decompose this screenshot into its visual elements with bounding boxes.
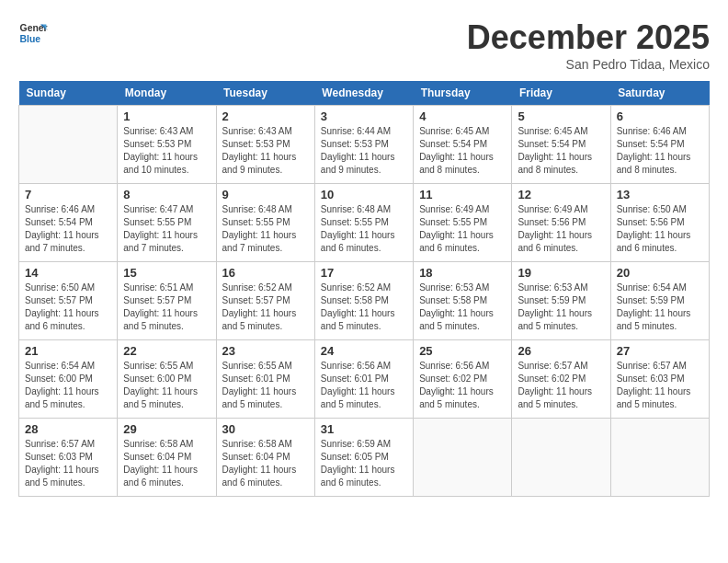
calendar-cell: 10Sunrise: 6:48 AM Sunset: 5:55 PM Dayli…: [314, 184, 413, 262]
day-number: 30: [222, 422, 309, 436]
calendar-cell: [19, 106, 118, 184]
day-number: 21: [25, 344, 111, 358]
day-info: Sunrise: 6:50 AM Sunset: 5:57 PM Dayligh…: [25, 282, 111, 333]
calendar-table: SundayMondayTuesdayWednesdayThursdayFrid…: [18, 81, 710, 497]
week-row-5: 28Sunrise: 6:57 AM Sunset: 6:03 PM Dayli…: [19, 419, 710, 497]
page-header: General Blue General Blue December 2025 …: [18, 18, 710, 72]
calendar-cell: 7Sunrise: 6:46 AM Sunset: 5:54 PM Daylig…: [19, 184, 118, 262]
calendar-cell: 13Sunrise: 6:50 AM Sunset: 5:56 PM Dayli…: [610, 184, 709, 262]
calendar-cell: 1Sunrise: 6:43 AM Sunset: 5:53 PM Daylig…: [118, 106, 216, 184]
calendar-cell: 21Sunrise: 6:54 AM Sunset: 6:00 PM Dayli…: [19, 340, 118, 419]
calendar-cell: 16Sunrise: 6:52 AM Sunset: 5:57 PM Dayli…: [216, 262, 314, 340]
day-info: Sunrise: 6:55 AM Sunset: 6:00 PM Dayligh…: [123, 360, 210, 411]
calendar-cell: 28Sunrise: 6:57 AM Sunset: 6:03 PM Dayli…: [19, 419, 118, 497]
day-info: Sunrise: 6:56 AM Sunset: 6:01 PM Dayligh…: [321, 360, 407, 411]
calendar-cell: 19Sunrise: 6:53 AM Sunset: 5:59 PM Dayli…: [512, 262, 610, 340]
calendar-cell: [512, 419, 610, 497]
calendar-cell: [610, 419, 709, 497]
day-info: Sunrise: 6:47 AM Sunset: 5:55 PM Dayligh…: [123, 203, 210, 255]
calendar-cell: 26Sunrise: 6:57 AM Sunset: 6:02 PM Dayli…: [512, 340, 610, 419]
day-number: 15: [123, 266, 210, 280]
day-number: 8: [123, 188, 210, 201]
day-number: 19: [518, 266, 604, 280]
week-row-2: 7Sunrise: 6:46 AM Sunset: 5:54 PM Daylig…: [19, 184, 710, 262]
day-info: Sunrise: 6:57 AM Sunset: 6:03 PM Dayligh…: [25, 438, 111, 489]
calendar-cell: 24Sunrise: 6:56 AM Sunset: 6:01 PM Dayli…: [314, 340, 413, 419]
calendar-cell: 31Sunrise: 6:59 AM Sunset: 6:05 PM Dayli…: [314, 419, 413, 497]
day-number: 11: [419, 188, 506, 201]
day-number: 31: [321, 422, 407, 436]
calendar-body: 1Sunrise: 6:43 AM Sunset: 5:53 PM Daylig…: [19, 106, 710, 497]
calendar-cell: 4Sunrise: 6:45 AM Sunset: 5:54 PM Daylig…: [414, 106, 512, 184]
day-header-friday: Friday: [512, 81, 610, 106]
day-number: 6: [617, 109, 703, 123]
calendar-cell: 8Sunrise: 6:47 AM Sunset: 5:55 PM Daylig…: [118, 184, 216, 262]
calendar-cell: 3Sunrise: 6:44 AM Sunset: 5:53 PM Daylig…: [314, 106, 413, 184]
day-info: Sunrise: 6:49 AM Sunset: 5:55 PM Dayligh…: [419, 203, 506, 255]
day-info: Sunrise: 6:44 AM Sunset: 5:53 PM Dayligh…: [321, 125, 407, 177]
day-number: 9: [222, 188, 309, 201]
day-info: Sunrise: 6:53 AM Sunset: 5:59 PM Dayligh…: [518, 282, 604, 333]
day-info: Sunrise: 6:58 AM Sunset: 6:04 PM Dayligh…: [123, 438, 210, 489]
calendar-cell: 25Sunrise: 6:56 AM Sunset: 6:02 PM Dayli…: [414, 340, 512, 419]
day-number: 3: [321, 109, 407, 123]
day-number: 22: [123, 344, 210, 358]
day-number: 14: [25, 266, 111, 280]
calendar-cell: 6Sunrise: 6:46 AM Sunset: 5:54 PM Daylig…: [610, 106, 709, 184]
week-row-3: 14Sunrise: 6:50 AM Sunset: 5:57 PM Dayli…: [19, 262, 710, 340]
calendar-cell: 9Sunrise: 6:48 AM Sunset: 5:55 PM Daylig…: [216, 184, 314, 262]
calendar-cell: 12Sunrise: 6:49 AM Sunset: 5:56 PM Dayli…: [512, 184, 610, 262]
calendar-header-row: SundayMondayTuesdayWednesdayThursdayFrid…: [19, 81, 710, 106]
day-info: Sunrise: 6:56 AM Sunset: 6:02 PM Dayligh…: [419, 360, 506, 411]
day-info: Sunrise: 6:51 AM Sunset: 5:57 PM Dayligh…: [123, 282, 210, 333]
day-info: Sunrise: 6:43 AM Sunset: 5:53 PM Dayligh…: [123, 125, 210, 177]
day-header-wednesday: Wednesday: [314, 81, 413, 106]
day-info: Sunrise: 6:43 AM Sunset: 5:53 PM Dayligh…: [222, 125, 309, 177]
week-row-4: 21Sunrise: 6:54 AM Sunset: 6:00 PM Dayli…: [19, 340, 710, 419]
day-info: Sunrise: 6:46 AM Sunset: 5:54 PM Dayligh…: [617, 125, 703, 177]
day-number: 20: [617, 266, 703, 280]
day-info: Sunrise: 6:57 AM Sunset: 6:02 PM Dayligh…: [518, 360, 604, 411]
day-info: Sunrise: 6:58 AM Sunset: 6:04 PM Dayligh…: [222, 438, 309, 489]
day-info: Sunrise: 6:48 AM Sunset: 5:55 PM Dayligh…: [222, 203, 309, 255]
day-number: 29: [123, 422, 210, 436]
day-info: Sunrise: 6:57 AM Sunset: 6:03 PM Dayligh…: [617, 360, 703, 411]
day-info: Sunrise: 6:55 AM Sunset: 6:01 PM Dayligh…: [222, 360, 309, 411]
day-info: Sunrise: 6:48 AM Sunset: 5:55 PM Dayligh…: [321, 203, 407, 255]
day-number: 28: [25, 422, 111, 436]
logo-icon: General Blue: [18, 18, 48, 48]
day-number: 23: [222, 344, 309, 358]
day-number: 24: [321, 344, 407, 358]
calendar-cell: 5Sunrise: 6:45 AM Sunset: 5:54 PM Daylig…: [512, 106, 610, 184]
day-number: 27: [617, 344, 703, 358]
day-header-monday: Monday: [118, 81, 216, 106]
calendar-cell: [414, 419, 512, 497]
day-number: 7: [25, 188, 111, 201]
calendar-subtitle: San Pedro Tidaa, Mexico: [467, 57, 710, 72]
day-info: Sunrise: 6:52 AM Sunset: 5:57 PM Dayligh…: [222, 282, 309, 333]
day-number: 5: [518, 109, 604, 123]
day-info: Sunrise: 6:54 AM Sunset: 6:00 PM Dayligh…: [25, 360, 111, 411]
day-header-tuesday: Tuesday: [216, 81, 314, 106]
day-info: Sunrise: 6:45 AM Sunset: 5:54 PM Dayligh…: [518, 125, 604, 177]
day-info: Sunrise: 6:54 AM Sunset: 5:59 PM Dayligh…: [617, 282, 703, 333]
logo: General Blue General Blue: [18, 18, 48, 48]
svg-text:Blue: Blue: [20, 34, 41, 44]
day-number: 2: [222, 109, 309, 123]
day-info: Sunrise: 6:49 AM Sunset: 5:56 PM Dayligh…: [518, 203, 604, 255]
day-header-saturday: Saturday: [610, 81, 709, 106]
calendar-cell: 11Sunrise: 6:49 AM Sunset: 5:55 PM Dayli…: [414, 184, 512, 262]
calendar-title: December 2025: [467, 18, 710, 57]
day-header-sunday: Sunday: [19, 81, 118, 106]
day-info: Sunrise: 6:52 AM Sunset: 5:58 PM Dayligh…: [321, 282, 407, 333]
title-block: December 2025 San Pedro Tidaa, Mexico: [467, 18, 710, 72]
day-number: 18: [419, 266, 506, 280]
day-number: 17: [321, 266, 407, 280]
week-row-1: 1Sunrise: 6:43 AM Sunset: 5:53 PM Daylig…: [19, 106, 710, 184]
day-number: 25: [419, 344, 506, 358]
day-info: Sunrise: 6:46 AM Sunset: 5:54 PM Dayligh…: [25, 203, 111, 255]
calendar-cell: 30Sunrise: 6:58 AM Sunset: 6:04 PM Dayli…: [216, 419, 314, 497]
calendar-cell: 27Sunrise: 6:57 AM Sunset: 6:03 PM Dayli…: [610, 340, 709, 419]
day-info: Sunrise: 6:50 AM Sunset: 5:56 PM Dayligh…: [617, 203, 703, 255]
calendar-cell: 23Sunrise: 6:55 AM Sunset: 6:01 PM Dayli…: [216, 340, 314, 419]
